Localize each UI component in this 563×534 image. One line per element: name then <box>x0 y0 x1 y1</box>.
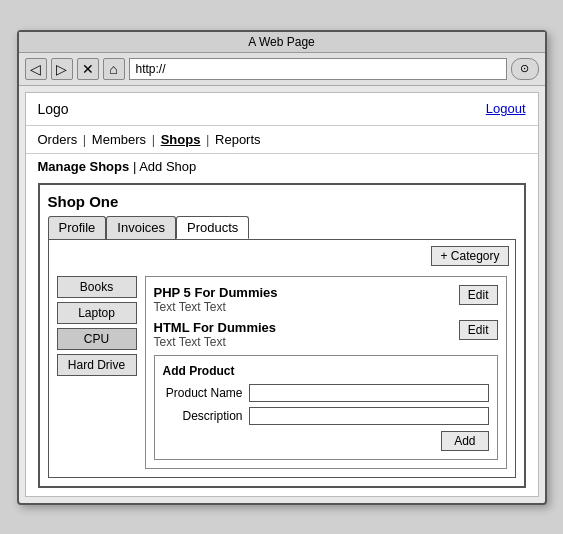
nav-orders[interactable]: Orders <box>38 132 78 147</box>
product-desc-2: Text Text Text <box>154 335 451 349</box>
tab-content-products: + Category Books Laptop CPU Hard Drive P… <box>48 239 516 478</box>
browser-window: A Web Page ◁ ▷ ✕ ⌂ ⊙ Logo Logout Orders … <box>17 30 547 505</box>
products-panel: PHP 5 For Dummies Text Text Text Edit HT… <box>145 276 507 469</box>
category-harddrive[interactable]: Hard Drive <box>57 354 137 376</box>
home-button[interactable]: ⌂ <box>103 58 125 80</box>
nav-members[interactable]: Members <box>92 132 146 147</box>
logo: Logo <box>38 101 69 117</box>
breadcrumb-add[interactable]: Add Shop <box>139 159 196 174</box>
page-content: Logo Logout Orders | Members | Shops | R… <box>25 92 539 497</box>
categories-list: Books Laptop CPU Hard Drive <box>57 276 137 469</box>
product-info-2: HTML For Dummies Text Text Text <box>154 320 451 349</box>
browser-toolbar: ◁ ▷ ✕ ⌂ ⊙ <box>19 53 545 86</box>
back-icon: ◁ <box>30 61 41 77</box>
page-header: Logo Logout <box>26 93 538 126</box>
go-icon: ⊙ <box>520 62 529 75</box>
add-product-title: Add Product <box>163 364 489 378</box>
edit-product-1-button[interactable]: Edit <box>459 285 498 305</box>
description-label: Description <box>163 409 243 423</box>
category-books[interactable]: Books <box>57 276 137 298</box>
description-row: Description <box>163 407 489 425</box>
shop-section: Shop One Profile Invoices Products + Cat… <box>38 183 526 488</box>
add-product-form: Add Product Product Name Description Add <box>154 355 498 460</box>
home-icon: ⌂ <box>109 61 117 77</box>
browser-title: A Web Page <box>248 35 315 49</box>
product-desc-1: Text Text Text <box>154 300 451 314</box>
forward-icon: ▷ <box>56 61 67 77</box>
close-button[interactable]: ✕ <box>77 58 99 80</box>
form-actions: Add <box>163 431 489 451</box>
category-laptop[interactable]: Laptop <box>57 302 137 324</box>
category-cpu[interactable]: CPU <box>57 328 137 350</box>
address-bar[interactable] <box>129 58 507 80</box>
table-row: HTML For Dummies Text Text Text Edit <box>154 320 498 349</box>
breadcrumb: Manage Shops | Add Shop <box>26 154 538 179</box>
table-row: PHP 5 For Dummies Text Text Text Edit <box>154 285 498 314</box>
shop-name: Shop One <box>48 193 516 210</box>
tab-profile[interactable]: Profile <box>48 216 107 239</box>
product-name-label: Product Name <box>163 386 243 400</box>
tabs: Profile Invoices Products <box>48 216 516 239</box>
add-product-button[interactable]: Add <box>441 431 488 451</box>
nav-reports[interactable]: Reports <box>215 132 261 147</box>
logout-link[interactable]: Logout <box>486 101 526 116</box>
edit-product-2-button[interactable]: Edit <box>459 320 498 340</box>
nav-shops[interactable]: Shops <box>161 132 201 147</box>
product-title-1: PHP 5 For Dummies <box>154 285 451 300</box>
add-category-button[interactable]: + Category <box>431 246 508 266</box>
description-input[interactable] <box>249 407 489 425</box>
back-button[interactable]: ◁ <box>25 58 47 80</box>
tab-products[interactable]: Products <box>176 216 249 239</box>
browser-titlebar: A Web Page <box>19 32 545 53</box>
product-name-input[interactable] <box>249 384 489 402</box>
nav-bar: Orders | Members | Shops | Reports <box>26 126 538 154</box>
close-icon: ✕ <box>82 61 94 77</box>
breadcrumb-manage[interactable]: Manage Shops <box>38 159 130 174</box>
product-name-row: Product Name <box>163 384 489 402</box>
tab-invoices[interactable]: Invoices <box>106 216 176 239</box>
product-info-1: PHP 5 For Dummies Text Text Text <box>154 285 451 314</box>
product-title-2: HTML For Dummies <box>154 320 451 335</box>
go-button[interactable]: ⊙ <box>511 58 539 80</box>
products-layout: Books Laptop CPU Hard Drive PHP 5 For Du… <box>57 276 507 469</box>
forward-button[interactable]: ▷ <box>51 58 73 80</box>
